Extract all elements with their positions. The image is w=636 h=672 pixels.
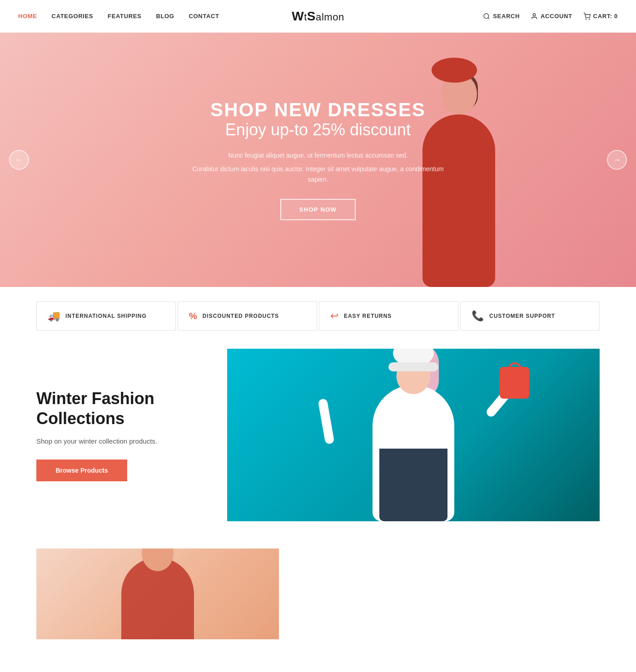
feature-discounts: % DISCOUNTED PRODUCTS: [178, 301, 317, 331]
hero-body2: Curabitur dictum iaculis nisi quis aucto…: [182, 164, 454, 184]
discount-icon: %: [189, 311, 197, 321]
feature-discounts-label: DISCOUNTED PRODUCTS: [203, 313, 279, 319]
winter-handbag: [500, 367, 529, 399]
hero-next-button[interactable]: →: [607, 150, 627, 170]
main-nav: HOME CATEGORIES FEATURES BLOG CONTACT: [18, 13, 219, 20]
nav-categories[interactable]: CATEGORIES: [52, 13, 94, 20]
svg-point-4: [589, 19, 589, 19]
feature-returns-label: EASY RETURNS: [344, 313, 392, 319]
feature-returns: ↩ EASY RETURNS: [319, 301, 458, 331]
nav-features[interactable]: FEATURES: [108, 13, 141, 20]
cart-icon: [583, 13, 591, 20]
winter-bag-handle: [508, 362, 522, 371]
winter-heading: Winter Fashion Collections: [36, 389, 209, 428]
winter-subtext: Shop on your winter collection products.: [36, 437, 209, 445]
hero-shop-now-button[interactable]: SHOP NOW: [280, 199, 356, 220]
winter-hat-brim: [388, 362, 438, 371]
nav-blog[interactable]: BLOG: [156, 13, 174, 20]
winter-jeans: [379, 449, 447, 521]
returns-icon: ↩: [330, 310, 338, 322]
cart-link[interactable]: CART: 0: [583, 13, 618, 20]
svg-line-1: [488, 18, 489, 19]
hero-body1: Nunc feugiat aliquet augue, ut fermentum…: [182, 150, 454, 160]
nav-home[interactable]: HOME: [18, 13, 37, 20]
support-icon: 📞: [472, 310, 484, 322]
account-icon: [531, 13, 538, 20]
nav-contact[interactable]: CONTACT: [189, 13, 219, 20]
cart-label: CART: 0: [593, 13, 618, 20]
winter-image: [227, 349, 600, 521]
svg-point-0: [484, 14, 489, 19]
site-header: HOME CATEGORIES FEATURES BLOG CONTACT Wt…: [0, 0, 636, 33]
hero-heading1: SHOP NEW DRESSES: [182, 99, 454, 120]
arrow-left-icon: ←: [15, 155, 23, 165]
search-icon: [483, 13, 490, 20]
hero-content: SHOP NEW DRESSES Enjoy up-to 25% discoun…: [182, 99, 454, 220]
svg-point-2: [533, 14, 535, 16]
feature-shipping: 🚚 INTERNATIONAL SHIPPING: [36, 301, 176, 331]
browse-products-button[interactable]: Browse Products: [36, 460, 127, 481]
arrow-right-icon: →: [613, 155, 621, 165]
site-logo[interactable]: WtSalmon: [292, 9, 344, 24]
winter-figure-container: [227, 349, 600, 521]
hero-figure-beret: [432, 58, 477, 83]
winter-text-block: Winter Fashion Collections Shop on your …: [36, 349, 227, 521]
account-link[interactable]: ACCOUNT: [531, 13, 572, 20]
winter-section: Winter Fashion Collections Shop on your …: [0, 349, 636, 521]
winter-arm-left: [318, 398, 334, 445]
svg-point-3: [586, 19, 586, 19]
hero-heading2: Enjoy up-to 25% discount: [182, 120, 454, 139]
feature-shipping-label: INTERNATIONAL SHIPPING: [65, 313, 147, 319]
search-link[interactable]: SEARCH: [483, 13, 520, 20]
hero-section: ← SHOP NEW DRESSES Enjoy up-to 25% disco…: [0, 33, 636, 287]
bottom-partial-section: [0, 548, 636, 639]
feature-support: 📞 CUSTOMER SUPPORT: [460, 301, 600, 331]
bottom-figure-image: [36, 548, 279, 639]
shipping-icon: 🚚: [48, 310, 60, 322]
header-actions: SEARCH ACCOUNT CART: 0: [483, 13, 618, 20]
feature-support-label: CUSTOMER SUPPORT: [489, 313, 555, 319]
hero-prev-button[interactable]: ←: [9, 150, 29, 170]
features-bar: 🚚 INTERNATIONAL SHIPPING % DISCOUNTED PR…: [0, 301, 636, 331]
